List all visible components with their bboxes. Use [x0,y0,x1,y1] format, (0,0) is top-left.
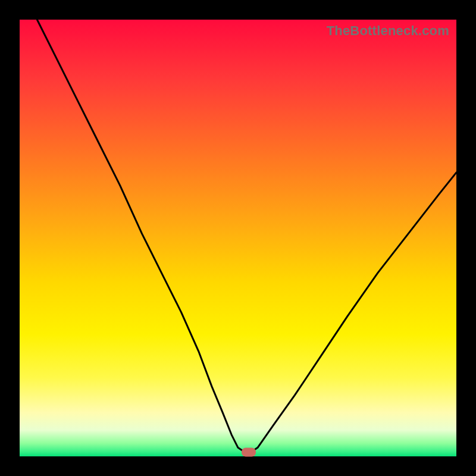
curve-svg [20,20,456,456]
bottleneck-curve [37,20,456,452]
watermark-text: TheBottleneck.com [327,23,449,39]
optimal-marker [242,447,256,456]
plot-area: TheBottleneck.com [20,20,456,456]
chart-container: TheBottleneck.com [0,0,476,476]
